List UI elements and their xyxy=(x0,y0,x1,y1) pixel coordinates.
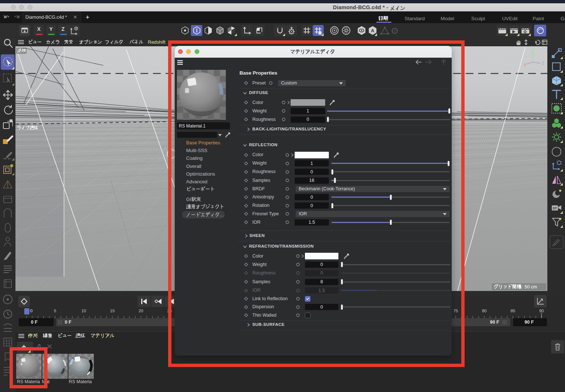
svg-text:A: A xyxy=(371,28,374,33)
svg-text:15: 15 xyxy=(110,309,115,313)
svg-text:80: 80 xyxy=(482,309,487,313)
svg-text:10: 10 xyxy=(81,309,86,313)
svg-text:Y: Y xyxy=(532,47,534,51)
svg-text:5: 5 xyxy=(54,309,56,313)
svg-text:90: 90 xyxy=(539,309,544,313)
svg-text:Z: Z xyxy=(542,61,544,65)
svg-text:85: 85 xyxy=(511,309,515,313)
svg-text:X: X xyxy=(523,63,526,67)
svg-text:ST: ST xyxy=(552,206,557,210)
svg-text:20: 20 xyxy=(139,309,143,313)
